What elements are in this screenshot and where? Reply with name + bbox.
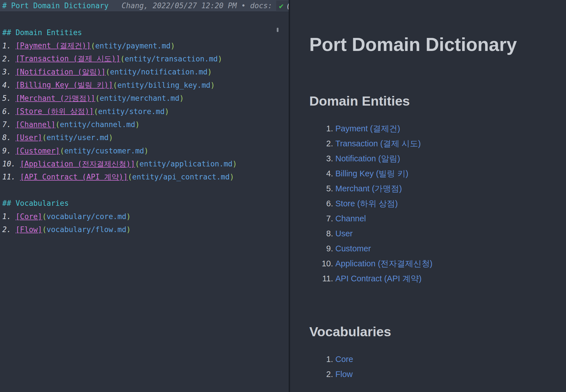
preview-list-item: Transaction (결제 시도) bbox=[335, 136, 555, 151]
sync-status-chip: ✔ ( bbox=[276, 1, 289, 11]
markdown-link-text[interactable]: [Flow] bbox=[16, 225, 42, 234]
preview-link[interactable]: Flow bbox=[335, 370, 353, 379]
markdown-link-url: entity/payment.md bbox=[95, 42, 170, 50]
list-number: 2. bbox=[2, 55, 16, 63]
close-paren: ) bbox=[218, 55, 222, 63]
preview-list-item: Core bbox=[335, 352, 555, 367]
preview-link[interactable]: Channel bbox=[335, 214, 366, 223]
markdown-link-text[interactable]: [Store (하위 상점)] bbox=[16, 106, 94, 116]
preview-link[interactable]: Application (전자결제신청) bbox=[335, 259, 432, 268]
preview-sections: Domain EntitiesPayment (결제건)Transaction … bbox=[309, 93, 555, 382]
markdown-list-line: 3. [Notification (알림)](entity/notificati… bbox=[0, 65, 289, 78]
clipped-glyph: ( bbox=[286, 1, 289, 10]
open-paren: ( bbox=[42, 225, 47, 234]
list-number: 9. bbox=[2, 147, 16, 155]
preview-link[interactable]: API Contract (API 계약) bbox=[335, 274, 422, 283]
list-number: 1. bbox=[2, 212, 16, 221]
markdown-list-line: 1. [Core](vocabulary/core.md) bbox=[0, 210, 289, 223]
markdown-link-text[interactable]: [User] bbox=[16, 133, 42, 142]
markdown-list-line: 2. [Flow](vocabulary/flow.md) bbox=[0, 223, 289, 236]
preview-link[interactable]: Notification (알림) bbox=[335, 154, 400, 163]
list-number: 4. bbox=[2, 81, 16, 89]
open-paren: ( bbox=[60, 147, 65, 155]
markdown-list-line: 9. [Customer](entity/customer.md) bbox=[0, 144, 289, 157]
list-number: 8. bbox=[2, 133, 16, 142]
preview-section-heading: Domain Entities bbox=[309, 93, 555, 109]
preview-list-item: User bbox=[335, 226, 555, 241]
markdown-preview-pane: Port Domain Dictionary Domain EntitiesPa… bbox=[290, 0, 566, 392]
markdown-list-line: 11. [API Contract (API 계약)](entity/api_c… bbox=[0, 170, 289, 183]
close-paren: ) bbox=[171, 42, 175, 50]
close-paren: ) bbox=[126, 225, 131, 234]
close-paren: ) bbox=[230, 173, 234, 181]
close-paren: ) bbox=[210, 81, 215, 89]
open-paren: ( bbox=[55, 120, 60, 129]
scrollbar-thumb[interactable] bbox=[277, 28, 278, 32]
open-paren: ( bbox=[120, 55, 125, 63]
preview-link[interactable]: Billing Key (빌링 키) bbox=[335, 169, 408, 178]
close-paren: ) bbox=[179, 94, 184, 102]
close-paren: ) bbox=[207, 68, 212, 76]
preview-list-item: Flow bbox=[335, 367, 555, 382]
markdown-link-text[interactable]: [Merchant (가맹점)] bbox=[16, 93, 95, 103]
preview-list-item: Customer bbox=[335, 241, 555, 256]
markdown-link-url: entity/notification.md bbox=[110, 68, 207, 76]
markdown-link-text[interactable]: [API Contract (API 계약)] bbox=[20, 172, 128, 182]
markdown-link-text[interactable]: [Payment (결제건)] bbox=[16, 41, 91, 51]
close-paren: ) bbox=[126, 212, 131, 221]
markdown-link-url: entity/user.md bbox=[47, 133, 109, 142]
preview-list-item: Merchant (가맹점) bbox=[335, 181, 555, 196]
preview-list-item: Notification (알림) bbox=[335, 151, 555, 166]
markdown-link-url: entity/channel.md bbox=[60, 120, 135, 129]
document-meta: Chang, 2022/05/27 12:20 PM • docs: bbox=[122, 1, 272, 10]
markdown-link-url: entity/transaction.md bbox=[125, 55, 218, 63]
open-paren: ( bbox=[106, 68, 110, 76]
markdown-list-line: 7. [Channel](entity/channel.md) bbox=[0, 118, 289, 131]
preview-link[interactable]: Core bbox=[335, 355, 353, 364]
list-number: 10. bbox=[2, 160, 20, 168]
close-paren: ) bbox=[232, 160, 237, 168]
markdown-link-text[interactable]: [Transaction (결제 시도)] bbox=[16, 54, 120, 64]
preview-link[interactable]: Store (하위 상점) bbox=[335, 199, 398, 208]
markdown-link-url: vocabulary/flow.md bbox=[47, 225, 127, 234]
preview-link[interactable]: Merchant (가맹점) bbox=[335, 184, 402, 193]
preview-title: Port Domain Dictionary bbox=[309, 34, 555, 55]
open-paren: ( bbox=[135, 160, 140, 168]
preview-list-item: Channel bbox=[335, 211, 555, 226]
preview-link[interactable]: User bbox=[335, 229, 353, 238]
markdown-link-text[interactable]: [Billing Key (빌링 키)] bbox=[16, 80, 113, 90]
preview-list: CoreFlow bbox=[309, 352, 555, 382]
markdown-link-text[interactable]: [Customer] bbox=[16, 147, 60, 155]
markdown-list-line: 10. [Application (전자결제신청)](entity/applic… bbox=[0, 157, 289, 170]
document-title-source: # Port Domain Dictionary bbox=[2, 1, 109, 10]
preview-section-heading: Vocabularies bbox=[309, 324, 555, 339]
markdown-link-text[interactable]: [Core] bbox=[16, 212, 42, 221]
list-number: 7. bbox=[2, 120, 16, 129]
list-number: 3. bbox=[2, 68, 16, 76]
markdown-link-url: entity/merchant.md bbox=[100, 94, 179, 102]
preview-list-item: Payment (결제건) bbox=[335, 121, 555, 136]
list-number: 11. bbox=[2, 173, 20, 181]
markdown-link-url: vocabulary/core.md bbox=[47, 212, 127, 221]
markdown-link-text[interactable]: [Channel] bbox=[16, 120, 55, 129]
markdown-link-text[interactable]: [Application (전자결제신청)] bbox=[20, 159, 135, 169]
preview-list-item: Application (전자결제신청) bbox=[335, 256, 555, 271]
markdown-link-text[interactable]: [Notification (알림)] bbox=[16, 67, 106, 77]
preview-link[interactable]: Customer bbox=[335, 244, 371, 253]
open-paren: ( bbox=[113, 81, 117, 89]
editor-section: ## Vocabularies1. [Core](vocabulary/core… bbox=[0, 197, 289, 236]
markdown-link-url: entity/api_contract.md bbox=[132, 173, 230, 181]
close-paren: ) bbox=[109, 133, 113, 142]
preview-link[interactable]: Payment (결제건) bbox=[335, 124, 400, 133]
preview-list: Payment (결제건)Transaction (결제 시도)Notifica… bbox=[309, 121, 555, 286]
close-paren: ) bbox=[144, 147, 149, 155]
markdown-list-line: 2. [Transaction (결제 시도)](entity/transact… bbox=[0, 52, 289, 65]
editor-content[interactable]: ## Domain Entities1. [Payment (결제건)](ent… bbox=[0, 11, 289, 236]
markdown-link-url: entity/billing_key.md bbox=[117, 81, 211, 89]
preview-link[interactable]: Transaction (결제 시도) bbox=[335, 139, 421, 148]
open-paren: ( bbox=[94, 107, 98, 116]
close-paren: ) bbox=[135, 120, 140, 129]
open-paren: ( bbox=[42, 212, 47, 221]
markdown-list-line: 8. [User](entity/user.md) bbox=[0, 131, 289, 144]
markdown-link-url: entity/application.md bbox=[140, 160, 233, 168]
